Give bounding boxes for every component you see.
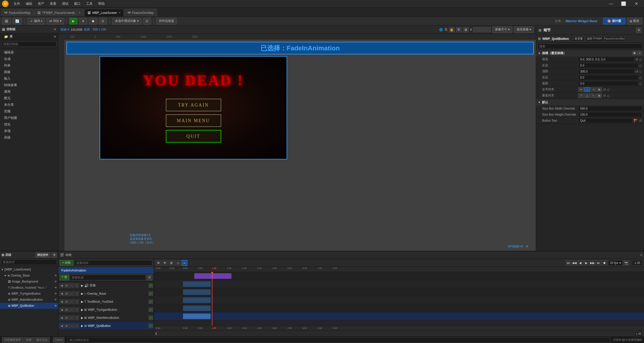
eye-icon[interactable]: 👁: [54, 274, 57, 277]
timeline-settings-btn[interactable]: ⚙: [156, 260, 161, 266]
menu-help[interactable]: 帮助: [96, 1, 107, 7]
status-tab-content[interactable]: 内容侧滑菜单: [2, 337, 23, 343]
align-top-btn[interactable]: ⊤: [578, 93, 584, 98]
track-eye-btn2[interactable]: ○: [74, 291, 79, 296]
menu-asset[interactable]: 资产: [35, 1, 47, 7]
fps-display[interactable]: 20 fps ▾: [608, 260, 623, 266]
layer-item-overlay[interactable]: ▼ ⊞ Overlay_Base 👁: [0, 272, 58, 279]
panel-item-special-effects[interactable]: 特殊效果: [0, 82, 58, 88]
panel-item-unclassified[interactable]: 未分类: [0, 101, 58, 108]
compile-button[interactable]: ✓ 编译 ▾: [27, 18, 45, 24]
h-align-pin-icon[interactable]: ◇: [607, 88, 610, 92]
graph-button[interactable]: ⊞ ⊞ 图表 图表: [627, 18, 642, 24]
top-reset-icon[interactable]: ↺: [635, 70, 638, 74]
track-visible-btn6[interactable]: ○: [69, 324, 74, 328]
track-search-input[interactable]: [70, 275, 146, 280]
right-value[interactable]: 0.0: [578, 75, 638, 80]
menu-view[interactable]: 查看: [47, 1, 59, 7]
track-visible-btn2[interactable]: ○: [69, 291, 74, 296]
track-visible-btn4[interactable]: ○: [69, 307, 74, 312]
track-visible-btn3[interactable]: ○: [69, 299, 74, 304]
panel-item-input[interactable]: 输入: [0, 75, 58, 82]
timeline-content[interactable]: -0.50 -0.25 0.00 0.50 1.05 1.50 2.00 2.5…: [154, 267, 644, 336]
eye-icon4[interactable]: 👁: [54, 292, 57, 295]
panel-item-primitive[interactable]: 图元: [0, 95, 58, 101]
layer-item-mainmenu[interactable]: ⊞ WBP_MainMenuButton 👁: [0, 297, 58, 303]
track-lock-btn2[interactable]: ⊞: [64, 291, 69, 296]
main-menu-button[interactable]: MAIN MENU: [166, 114, 221, 127]
minimize-button[interactable]: —: [605, 0, 617, 8]
eye-icon2[interactable]: 👁: [54, 280, 57, 283]
detail-list-btn[interactable]: ≡: [637, 51, 642, 55]
reflect-button[interactable]: 控件反射器: [156, 18, 177, 24]
play-button[interactable]: ▶: [69, 18, 77, 24]
timeline-capture-btn[interactable]: 📷: [624, 260, 629, 266]
align-fill-h-btn[interactable]: ⊠: [596, 87, 602, 92]
tab-close-icon[interactable]: ✕: [79, 11, 81, 14]
align-bottom-btn[interactable]: ⊦: [590, 93, 596, 98]
eye-icon5[interactable]: 👁: [54, 298, 57, 301]
transport-play-btn[interactable]: ▶: [584, 260, 589, 266]
debug-target-dropdown[interactable]: 未选中调试对象 ▾: [112, 18, 141, 24]
layer-close-btn[interactable]: ✕: [52, 253, 57, 258]
detail-search-input[interactable]: [538, 44, 642, 49]
resolution-dropdown[interactable]: 屏幕尺寸 ▾: [492, 26, 512, 33]
track-lock-btn5[interactable]: ⊞: [64, 316, 69, 320]
design-button[interactable]: 🎨 🎨 设计器 设计器: [603, 18, 625, 24]
track-eye-btn[interactable]: ○: [74, 283, 79, 288]
size-w-value[interactable]: 500.0: [578, 106, 642, 111]
track-add-icon6[interactable]: +: [149, 324, 153, 328]
pin-icon[interactable]: ◇: [639, 57, 642, 61]
size-h-value[interactable]: 100.0: [578, 112, 642, 117]
track-lock-btn[interactable]: ⊞: [64, 283, 69, 288]
v-align-pin-icon[interactable]: ◇: [607, 94, 610, 98]
panel-item-audio[interactable]: 音频: [0, 108, 58, 115]
left-pin-icon[interactable]: ◇: [639, 63, 642, 67]
pause-button[interactable]: ⏸: [79, 18, 87, 24]
track-solo-btn[interactable]: ◀: [59, 283, 64, 288]
canvas-viewport[interactable]: 已选择：FadeInAnimation YOU DEAD ! TRY AGAIN…: [64, 40, 536, 251]
canvas-ctrl3[interactable]: [485, 27, 491, 32]
time-input[interactable]: 1.05: [635, 331, 642, 336]
track-add-icon4[interactable]: +: [149, 308, 153, 312]
tab-close-icon[interactable]: ✕: [119, 11, 121, 14]
add-animation-button[interactable]: + 动画: [60, 260, 73, 266]
anim-search-input[interactable]: [74, 260, 152, 266]
detail-close-button[interactable]: ✕: [636, 27, 641, 33]
cmd-dropdown[interactable]: Cmd ▾: [53, 337, 64, 343]
track-visible-btn[interactable]: ○: [69, 283, 74, 288]
track-add-icon[interactable]: +: [149, 284, 153, 288]
controls-panel-close[interactable]: ✕: [54, 28, 56, 31]
align-center-h-btn[interactable]: ⊥: [584, 87, 590, 92]
track-solo-btn2[interactable]: ◀: [59, 291, 64, 296]
panel-item-common[interactable]: 通用: [0, 88, 58, 95]
menu-edit[interactable]: 编辑: [23, 1, 35, 7]
anim-panel-close[interactable]: ✕: [640, 253, 642, 257]
fill-value[interactable]: 0.0, 300.0, 0.0, 0.0: [578, 57, 634, 62]
align-middle-btn[interactable]: ⊥: [584, 93, 590, 98]
lock-button[interactable]: 🔒: [449, 27, 454, 32]
track-eye-btn5[interactable]: ○: [74, 316, 79, 320]
canvas-ctrl2[interactable]: [479, 27, 485, 32]
transport-back-btn[interactable]: ◀: [578, 260, 583, 266]
eye-icon6[interactable]: 👁: [54, 304, 57, 307]
track-lock-btn4[interactable]: ⊞: [64, 307, 69, 312]
track-solo-btn6[interactable]: ◀: [59, 324, 64, 328]
v-align-reset-icon[interactable]: ↺: [603, 94, 606, 98]
panel-item-panel[interactable]: 面板: [0, 69, 58, 75]
stop-button[interactable]: ⏹: [89, 18, 97, 24]
bind-controls-button[interactable]: 绑定控件: [35, 253, 50, 258]
timeline-view-btn[interactable]: 👁: [162, 260, 168, 266]
slot-section-header[interactable]: ▼ 插槽（覆层插槽） ⊞ ≡: [536, 50, 644, 56]
btn-text-icon1[interactable]: 🚩: [634, 119, 638, 123]
try-again-button[interactable]: TRY AGAIN: [166, 99, 221, 111]
layer-item-quit[interactable]: ⊞ WBP_QuitButton 👁: [0, 303, 58, 309]
menu-debug[interactable]: 调试: [59, 1, 71, 7]
layer-search-input[interactable]: [1, 259, 57, 265]
track-solo-btn4[interactable]: ◀: [59, 307, 64, 312]
panel-item-editor[interactable]: 编辑器: [0, 49, 58, 56]
track-lock-btn3[interactable]: ⊞: [64, 299, 69, 304]
grid-button[interactable]: ⊞: [463, 27, 469, 32]
fill-dropdown[interactable]: 填充屏幕 ▾: [514, 26, 534, 33]
transport-forward-btn[interactable]: ▶▶: [590, 260, 595, 266]
